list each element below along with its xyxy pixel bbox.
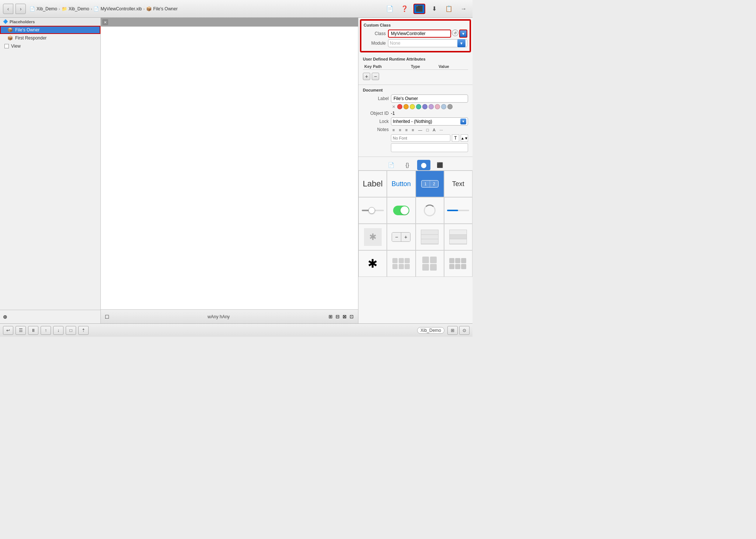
widget-segmented[interactable]: 1 2 xyxy=(416,171,444,197)
color-swatch-yellow[interactable] xyxy=(410,104,415,109)
color-swatch-gray[interactable] xyxy=(447,104,453,109)
widget-collection2[interactable] xyxy=(444,250,472,277)
notes-toolbar: ≡ ≡ ≡ ≡ — □ A ··· xyxy=(391,127,468,133)
widget-grid-cell[interactable] xyxy=(387,250,415,277)
status-share-btn[interactable]: ⇡ xyxy=(78,326,89,335)
widget-label[interactable]: Label xyxy=(358,171,387,197)
notes-align-right[interactable]: ≡ xyxy=(404,127,409,133)
widget-text[interactable]: Text xyxy=(444,171,472,197)
color-swatch-teal[interactable] xyxy=(416,104,421,109)
color-swatch-orange[interactable] xyxy=(403,104,409,109)
spinner-visual xyxy=(424,205,436,216)
notes-more[interactable]: ··· xyxy=(438,127,444,133)
notes-text-area[interactable] xyxy=(391,143,468,152)
class-dropdown-button[interactable]: ▼ xyxy=(459,30,467,38)
color-swatch-red[interactable] xyxy=(397,104,402,109)
status-up-btn[interactable]: ↑ xyxy=(41,326,51,335)
back-button[interactable]: ‹ xyxy=(3,4,13,14)
widget-stepper[interactable]: − + xyxy=(387,224,415,250)
widget-tableview[interactable] xyxy=(416,224,444,250)
status-grid-btn[interactable]: ⊞ xyxy=(447,326,458,335)
lock-label: Lock xyxy=(363,119,389,124)
status-pause-btn[interactable]: ⏸ xyxy=(28,326,38,335)
breadcrumb-xibdemo1[interactable]: 📄 Xib_Demo xyxy=(30,6,57,11)
status-structure-btn[interactable]: ☰ xyxy=(16,326,26,335)
canvas-icon2[interactable]: ⊟ xyxy=(336,314,340,319)
image-placeholder: ✱ xyxy=(364,228,382,246)
breadcrumb-files-owner[interactable]: 📦 File's Owner xyxy=(146,6,178,11)
font-T-button[interactable]: T xyxy=(452,134,459,142)
notes-label: Notes xyxy=(363,127,389,132)
canvas-back-icon[interactable]: □ xyxy=(105,313,109,320)
table2-row-3 xyxy=(450,239,467,244)
class-circle-button[interactable]: ↺ xyxy=(452,30,458,36)
font-input[interactable] xyxy=(391,134,450,142)
module-dropdown[interactable]: None ▼ xyxy=(388,39,467,47)
widget-activity[interactable] xyxy=(416,197,444,224)
notes-align-center[interactable]: ≡ xyxy=(397,127,402,133)
widget-toggle[interactable] xyxy=(387,197,415,224)
status-back-btn[interactable]: ↩ xyxy=(3,326,13,335)
color-swatch-pink[interactable] xyxy=(435,104,440,109)
tab-layout-button[interactable]: ⬛ xyxy=(433,160,447,170)
color-clear-button[interactable]: ✕ xyxy=(391,104,396,109)
color-swatches: ✕ xyxy=(391,104,453,109)
new-file-button[interactable]: 📄 xyxy=(384,4,396,14)
status-app-label: Xib_Demo xyxy=(417,327,444,334)
canvas-close-button[interactable]: ✕ xyxy=(102,19,108,25)
col-key-path: Key Path xyxy=(363,63,409,70)
breadcrumb-xibdemo2[interactable]: 📁 Xib_Demo xyxy=(62,6,89,11)
breadcrumb-xib-file[interactable]: 📄 MyViewController.xib xyxy=(93,6,142,11)
sidebar-item-view[interactable]: View xyxy=(0,42,100,50)
grid-visual xyxy=(392,258,410,269)
canvas-icon3[interactable]: ⊠ xyxy=(343,314,347,319)
widget-slider[interactable] xyxy=(358,197,387,224)
runtime-add-button[interactable]: + xyxy=(363,73,370,80)
status-help-btn[interactable]: ⊙ xyxy=(459,326,470,335)
forward-button[interactable]: › xyxy=(16,4,26,14)
font-size-button[interactable]: ▲▼ xyxy=(461,134,468,142)
notes-row: Notes ≡ ≡ ≡ ≡ — □ A ··· T xyxy=(363,127,468,152)
tab-code-button[interactable]: {} xyxy=(401,160,414,170)
notes-align-justify[interactable]: ≡ xyxy=(410,127,415,133)
sidebar-item-files-owner[interactable]: 📦 File's Owner xyxy=(0,26,100,34)
widget-tableview2[interactable] xyxy=(444,224,472,250)
inspector-button[interactable]: ⬛ xyxy=(413,4,425,14)
widget-progress[interactable] xyxy=(444,197,472,224)
canvas-icon1[interactable]: ⊞ xyxy=(329,314,333,319)
color-swatch-blue[interactable] xyxy=(441,104,446,109)
lock-dropdown[interactable]: Inherited - (Nothing) ▼ xyxy=(391,117,468,126)
class-row: Class ↺ ▼ xyxy=(364,30,467,38)
canvas-icon4[interactable]: ⊡ xyxy=(350,314,354,319)
notes-align-left[interactable]: ≡ xyxy=(391,127,396,133)
tab-object-button[interactable]: ⬤ xyxy=(417,160,430,170)
assistant-button[interactable]: → xyxy=(458,4,470,14)
notes-box1[interactable]: □ xyxy=(425,127,430,133)
col2-c3 xyxy=(461,258,466,263)
widget-collection1[interactable] xyxy=(416,250,444,277)
tab-file-button[interactable]: 📄 xyxy=(385,160,398,170)
runtime-remove-button[interactable]: − xyxy=(372,73,379,80)
color-swatch-purple[interactable] xyxy=(422,104,427,109)
help-button[interactable]: ❓ xyxy=(399,4,410,14)
label-input[interactable] xyxy=(391,95,468,103)
widget-palm[interactable]: ✱ xyxy=(358,250,387,277)
widget-button[interactable]: Button xyxy=(387,171,415,197)
sidebar-item-first-responder[interactable]: 📦 First Responder xyxy=(0,34,100,42)
module-dropdown-button[interactable]: ▼ xyxy=(457,39,465,47)
color-swatch-lavender[interactable] xyxy=(429,104,434,109)
lock-arrow-button[interactable]: ▼ xyxy=(460,119,466,124)
status-down-btn[interactable]: ↓ xyxy=(53,326,63,335)
status-box-btn[interactable]: □ xyxy=(66,326,76,335)
toggle-visual xyxy=(393,206,409,215)
notes-box2[interactable]: A xyxy=(431,127,437,133)
stepper-plus: + xyxy=(401,233,410,241)
runtime-title: User Defined Runtime Attributes xyxy=(363,57,468,61)
view-checkbox[interactable] xyxy=(4,44,9,48)
class-input[interactable] xyxy=(388,30,451,38)
widget-image[interactable]: ✱ xyxy=(358,224,387,250)
add-object-button[interactable]: ⊕ xyxy=(3,314,7,320)
library-button[interactable]: 📋 xyxy=(443,4,455,14)
segmented-ctrl: 1 2 xyxy=(421,180,439,188)
embed-button[interactable]: ⬇ xyxy=(428,4,440,14)
